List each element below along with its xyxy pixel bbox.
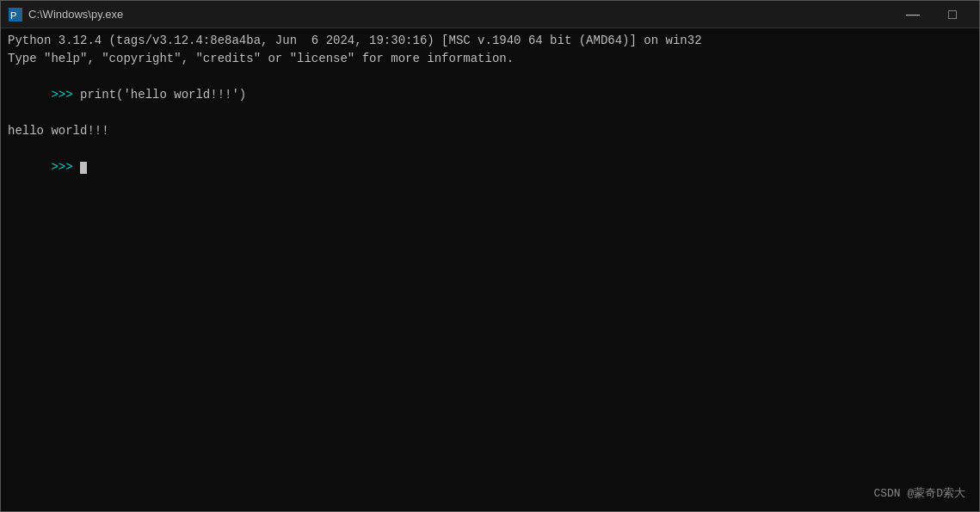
terminal-line-info: Type "help", "copyright", "credits" or "…	[8, 50, 972, 68]
prompt-1: >>>	[51, 88, 80, 102]
command-1: print('hello world!!!')	[80, 88, 246, 102]
cursor	[80, 162, 87, 174]
maximize-button[interactable]: □	[933, 1, 972, 28]
terminal-line-prompt2: >>>	[8, 140, 972, 194]
window-title: C:\Windows\py.exe	[28, 8, 893, 21]
prompt-2: >>>	[51, 160, 80, 174]
minimize-button[interactable]: —	[893, 1, 933, 28]
terminal-line-command: >>> print('hello world!!!')	[8, 68, 972, 122]
title-bar: P C:\Windows\py.exe — □	[1, 1, 979, 28]
terminal-line-version: Python 3.12.4 (tags/v3.12.4:8e8a4ba, Jun…	[8, 32, 972, 50]
python-icon: P	[8, 7, 23, 22]
terminal-line-output: hello world!!!	[8, 122, 972, 140]
svg-text:P: P	[10, 10, 16, 21]
watermark: CSDN @蒙奇D索大	[873, 485, 965, 501]
window: P C:\Windows\py.exe — □ Python 3.12.4 (t…	[0, 0, 980, 512]
terminal-body[interactable]: Python 3.12.4 (tags/v3.12.4:8e8a4ba, Jun…	[1, 28, 979, 511]
window-controls: — □	[893, 1, 972, 28]
